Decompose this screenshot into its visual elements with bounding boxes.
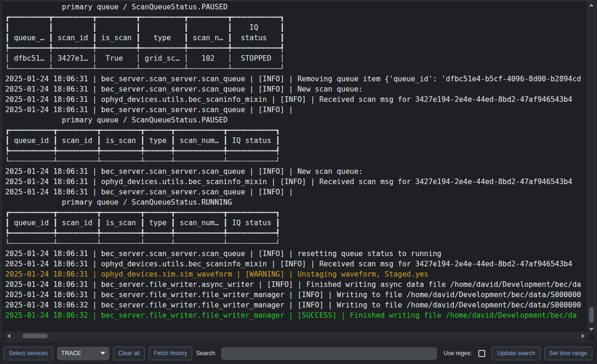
log-line: 2025-01-24 18:06:31 | bec_server.scan_se… [5,249,589,259]
log-table-line: ┡╍╍╍╍╍╍╍╍╍╍╇╍╍╍╍╍╍╍╍╍╇╍╍╍╍╍╍╍╍╍╇╍╍╍╍╍╍╇╍… [5,146,589,156]
log-line: 2025-01-24 18:06:31 | bec_server.scan_se… [5,166,589,177]
log-table-line: ┃ queue_id ┃ scan_id ┃ is_scan ┃ type ┃ … [5,218,589,228]
log-line: 2025-01-24 18:06:32 | bec_server.file_wr… [5,300,589,310]
scroll-down-arrow-icon[interactable] [589,328,594,331]
log-table-line: └╌╌╌╌╌╌╌╌╌┴╌╌╌╌╌╌╌╌╌┴╌╌╌╌╌╌╌╌╌┴╌╌╌╌╌╌╌╌╌… [5,64,589,74]
main-window: { "colors": { "background": "#1e2024", "… [0,0,597,364]
log-table-line: ┃ queue_id ┃ scan_id ┃ is_scan ┃ type ┃ … [5,136,589,146]
log-table-line: ┏╍╍╍╍╍╍╍╍╍╍┳╍╍╍╍╍╍╍╍╍┳╍╍╍╍╍╍╍╍╍┳╍╍╍╍╍╍┳╍… [5,125,589,136]
select-services-button[interactable]: Select services [4,347,53,360]
log-line: 2025-01-24 18:06:32 | bec_server.file_wr… [5,310,589,321]
fetch-history-button[interactable]: Fetch history [149,347,193,360]
log-table-line: ┃ ┃ ┃ ┃ ┃ ┃ IQ ┃ [5,22,589,33]
vertical-scrollbar-thumb[interactable] [589,307,594,323]
log-panel: primary queue / ScanQueueStatus.PAUSED┏╍… [1,0,596,342]
vertical-scrollbar[interactable] [588,1,595,335]
use-regex-checkbox[interactable] [478,350,485,357]
log-table-line: ┏╍╍╍╍╍╍╍╍╍┳╍╍╍╍╍╍╍╍╍┳╍╍╍╍╍╍╍╍╍┳╍╍╍╍╍╍╍╍╍… [5,12,589,22]
log-line: 2025-01-24 18:06:31 | ophyd_devices.sim.… [5,269,589,279]
log-line: primary queue / ScanQueueStatus.PAUSED [5,2,589,12]
search-label: Search: [196,350,216,357]
log-line: 2025-01-24 18:06:31 | ophyd_devices.util… [5,94,589,105]
horizontal-scrollbar-thumb[interactable] [22,334,48,338]
log-line: 2025-01-24 18:06:31 | bec_server.scan_se… [5,84,589,94]
log-line: 2025-01-24 18:06:31 | bec_server.scan_se… [5,105,589,115]
set-time-range-button[interactable]: Set time range [544,347,592,360]
log-line: 2025-01-24 18:06:31 | bec_server.file_wr… [5,279,589,290]
clear-all-button[interactable]: Clear all [113,347,145,360]
log-line: 2025-01-24 18:06:31 | ophyd_devices.util… [5,259,589,269]
log-table-line: ┡╍╍╍╍╍╍╍╍╍╍╇╍╍╍╍╍╍╍╍╍╇╍╍╍╍╍╍╍╍╍╇╍╍╍╍╍╍╇╍… [5,228,589,238]
log-line: primary queue / ScanQueueStatus.PAUSED [5,115,589,125]
scroll-right-arrow-icon[interactable] [582,334,584,338]
log-table-line: ┡╍╍╍╍╍╍╍╍╍╇╍╍╍╍╍╍╍╍╍╇╍╍╍╍╍╍╍╍╍╇╍╍╍╍╍╍╍╍╍… [5,43,589,53]
log-level-select[interactable]: TRACE [57,347,109,360]
log-table-line: ┏╍╍╍╍╍╍╍╍╍╍┳╍╍╍╍╍╍╍╍╍┳╍╍╍╍╍╍╍╍╍┳╍╍╍╍╍╍┳╍… [5,207,589,218]
scroll-left-arrow-icon[interactable] [7,334,10,338]
log-table-line: ┃ queue_… ┃ scan_id ┃ is_scan ┃ type ┃ s… [5,33,589,43]
log-line: 2025-01-24 18:06:31 | bec_server.file_wr… [5,290,589,300]
log-line: 2025-01-24 18:06:31 | bec_server.scan_se… [5,187,589,197]
log-line: 2025-01-24 18:06:31 | bec_server.scan_se… [5,74,589,84]
toolbar: Select services TRACE Clear all Fetch hi… [0,343,597,364]
search-input[interactable] [221,347,437,360]
scroll-up-arrow-icon[interactable] [589,4,594,7]
log-table-line: └╌╌╌╌╌╌╌╌╌╌┴╌╌╌╌╌╌╌╌╌┴╌╌╌╌╌╌╌╌╌┴╌╌╌╌╌╌┴╌… [5,238,589,249]
log-line: primary queue / ScanQueueStatus.RUNNING [5,197,589,207]
horizontal-scrollbar[interactable] [4,332,588,340]
log-table-line: │ dfbc51… │ 3427e1… │ True │ grid_sc… │ … [5,53,589,64]
update-search-button[interactable]: Update search [492,347,540,360]
log-viewport[interactable]: primary queue / ScanQueueStatus.PAUSED┏╍… [5,2,589,321]
log-level-value: TRACE [61,350,81,357]
chevron-down-icon [101,352,105,355]
log-table-line: └╌╌╌╌╌╌╌╌╌╌┴╌╌╌╌╌╌╌╌╌┴╌╌╌╌╌╌╌╌╌┴╌╌╌╌╌╌┴╌… [5,156,589,166]
use-regex-label: Use regex: [444,350,472,357]
log-line: 2025-01-24 18:06:31 | ophyd_devices.util… [5,177,589,187]
log-lines: primary queue / ScanQueueStatus.PAUSED┏╍… [5,2,589,321]
